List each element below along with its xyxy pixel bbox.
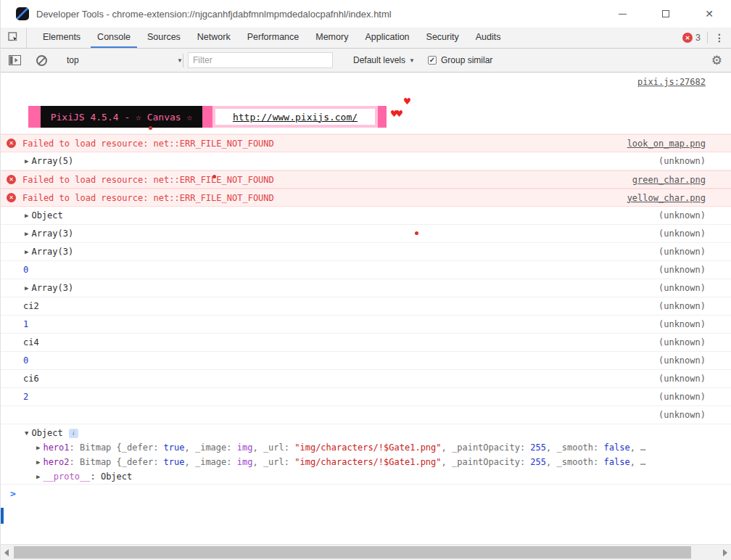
console-message: (unknown) xyxy=(1,406,731,424)
inspect-cursor-icon xyxy=(8,32,20,44)
blue-fragment xyxy=(1,508,4,524)
error-count: 3 xyxy=(695,33,701,43)
expand-triangle-icon[interactable]: ▼ xyxy=(25,429,28,437)
console-drawer-button[interactable] xyxy=(9,55,21,65)
source-link[interactable]: green_char.png xyxy=(632,175,706,185)
pixijs-link[interactable]: http://www.pixijs.com/ xyxy=(233,112,358,123)
source-unknown: (unknown) xyxy=(658,337,706,347)
tree-row: ▶hero1: Bitmap {_defer: true, _image: im… xyxy=(1,440,731,455)
source-unknown: (unknown) xyxy=(658,210,706,221)
token: true xyxy=(164,442,185,453)
source-unknown: (unknown) xyxy=(658,410,706,420)
pixijs-banner: PixiJS 4.5.4 - ☆ Canvas ☆http://www.pixi… xyxy=(28,106,387,128)
token: , _image: xyxy=(185,457,237,467)
message-text: 0 xyxy=(23,265,28,275)
source-link[interactable]: yellow_char.png xyxy=(627,193,706,203)
source-link[interactable]: look_on_map.png xyxy=(627,139,706,149)
filter-input[interactable] xyxy=(188,52,333,68)
banner-link-inner: http://www.pixijs.com/ xyxy=(215,109,375,125)
tab-sources[interactable]: Sources xyxy=(141,28,187,48)
token: : Bitmap {_defer: xyxy=(70,442,164,453)
context-selector-value: top xyxy=(67,55,177,65)
message-text: Object xyxy=(31,210,62,221)
banner-link-box: http://www.pixijs.com/ xyxy=(212,106,378,128)
tab-network[interactable]: Network xyxy=(191,28,237,48)
settings-gear-icon[interactable]: ⚙ xyxy=(711,53,722,68)
expand-triangle-icon[interactable]: ▶ xyxy=(25,248,28,255)
group-similar-checkbox[interactable]: ✓ xyxy=(428,56,437,65)
close-icon: ✕ xyxy=(705,9,714,19)
inspect-element-button[interactable] xyxy=(1,28,27,48)
token: false xyxy=(604,442,630,453)
expand-triangle-icon[interactable]: ▶ xyxy=(25,230,28,237)
expand-triangle-icon[interactable]: ▶ xyxy=(36,473,40,480)
console-message-banner: pixi.js:27682PixiJS 4.5.4 - ☆ Canvas ☆ht… xyxy=(1,73,731,134)
token: 255 xyxy=(530,457,546,467)
clear-console-button[interactable] xyxy=(36,55,47,66)
banner-pink-bar xyxy=(378,106,387,128)
expand-triangle-icon[interactable]: ▶ xyxy=(25,157,28,165)
token: Object xyxy=(31,428,62,438)
token: , _url: xyxy=(252,457,294,467)
message-text: Array(3) xyxy=(31,247,73,257)
error-message: ✕Failed to load resource: net::ERR_FILE_… xyxy=(1,189,731,207)
tree-row: ▶__proto__: Object xyxy=(1,469,731,484)
tab-performance[interactable]: Performance xyxy=(241,28,306,48)
error-badge-icon[interactable]: ✕ xyxy=(682,33,693,43)
devtools-tab-bar: ElementsConsoleSourcesNetworkPerformance… xyxy=(1,28,731,49)
token: hero2 xyxy=(43,457,69,467)
message-text: Array(5) xyxy=(31,156,73,166)
message-text: 1 xyxy=(23,319,28,329)
expand-triangle-icon[interactable]: ▶ xyxy=(36,458,40,466)
token: , _smooth: xyxy=(546,457,603,467)
log-levels-dropdown[interactable]: Default levels ▼ xyxy=(353,55,415,65)
scroll-right-arrow-icon[interactable] xyxy=(723,549,727,556)
tab-memory[interactable]: Memory xyxy=(309,28,355,48)
minimize-icon xyxy=(619,14,627,15)
tree-row: ▼Objecti xyxy=(1,426,731,440)
message-text: 0 xyxy=(23,355,28,366)
source-unknown: (unknown) xyxy=(658,265,706,275)
tab-application[interactable]: Application xyxy=(358,28,416,48)
tab-elements[interactable]: Elements xyxy=(36,28,87,48)
source-unknown: (unknown) xyxy=(658,228,706,239)
scrollbar-thumb[interactable] xyxy=(14,546,691,559)
token: : Bitmap {_defer: xyxy=(70,457,164,467)
heart-icon: ♥ xyxy=(404,96,409,107)
app-icon xyxy=(16,7,29,20)
window-title: Developer Tools - chrome-extension://njg… xyxy=(36,9,583,20)
token: , _smooth: xyxy=(546,442,603,453)
console-message: ci2(unknown) xyxy=(1,297,731,316)
horizontal-scrollbar[interactable] xyxy=(1,544,731,560)
console-message: ▶Array(3)(unknown) xyxy=(1,225,731,243)
expand-triangle-icon[interactable]: ▶ xyxy=(25,284,28,292)
source-unknown: (unknown) xyxy=(658,355,706,366)
token: false xyxy=(604,457,630,467)
source-unknown: (unknown) xyxy=(658,283,706,293)
maximize-icon xyxy=(662,10,669,17)
console-message: 2(unknown) xyxy=(1,388,731,406)
source-link[interactable]: pixi.js:27682 xyxy=(637,77,706,87)
tab-audits[interactable]: Audits xyxy=(469,28,508,48)
expand-triangle-icon[interactable]: ▶ xyxy=(25,212,28,219)
chevron-down-icon: ▼ xyxy=(177,57,183,64)
info-icon: i xyxy=(69,429,78,438)
tab-security[interactable]: Security xyxy=(420,28,466,48)
error-message: ✕Failed to load resource: net::ERR_FILE_… xyxy=(1,134,731,152)
maximize-button[interactable] xyxy=(661,9,670,19)
token: "img/characters/!$Gate1.png" xyxy=(294,457,441,467)
more-options-icon[interactable]: ⋮ xyxy=(714,32,724,44)
expand-triangle-icon[interactable]: ▶ xyxy=(36,444,40,451)
title-bar: Developer Tools - chrome-extension://njg… xyxy=(1,0,731,28)
source-unknown: (unknown) xyxy=(658,374,706,384)
tab-console[interactable]: Console xyxy=(91,28,137,48)
close-button[interactable]: ✕ xyxy=(705,9,714,19)
context-selector[interactable]: top ▼ xyxy=(67,55,183,65)
object-tree: ▼Objecti▶hero1: Bitmap {_defer: true, _i… xyxy=(1,424,731,485)
minimize-button[interactable] xyxy=(618,9,627,19)
scroll-left-arrow-icon[interactable] xyxy=(4,549,9,556)
console-prompt[interactable]: > xyxy=(1,485,731,502)
error-message: ✕Failed to load resource: net::ERR_FILE_… xyxy=(1,170,731,189)
message-text: Array(3) xyxy=(31,283,73,293)
message-text: Array(3) xyxy=(31,228,73,239)
